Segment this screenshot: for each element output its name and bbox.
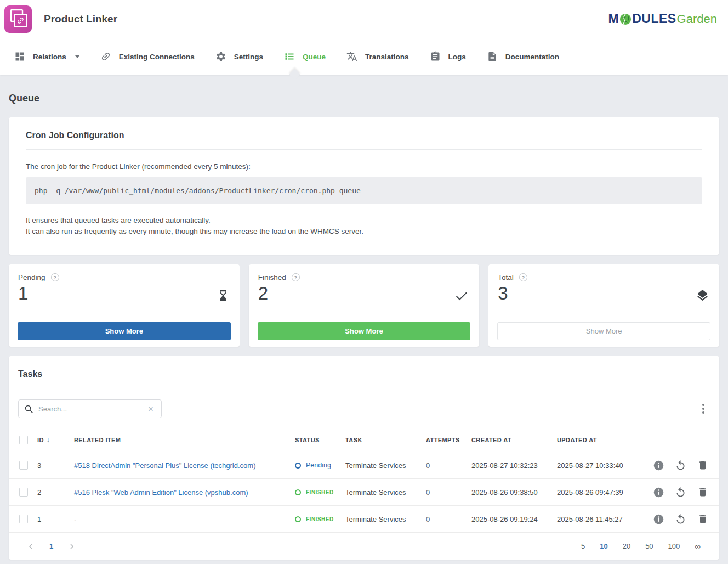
pagination: 1 5 10 20 50 100 ∞ <box>9 533 719 560</box>
top-chrome: Product Linker M DULES Garden Relations … <box>0 0 728 75</box>
clipboard-icon <box>430 51 441 62</box>
cell-created-at: 2025-08-26 09:19:24 <box>471 515 557 523</box>
page-size-option[interactable]: 100 <box>668 542 680 550</box>
product-linker-logo-icon <box>4 5 32 33</box>
info-icon[interactable] <box>653 460 664 471</box>
retry-icon[interactable] <box>675 460 686 471</box>
stat-value: 3 <box>498 283 710 304</box>
status-badge: FINISHED <box>295 489 345 495</box>
cron-intro-text: The cron job for the Product Linker (rec… <box>26 162 702 171</box>
layers-icon <box>696 289 709 304</box>
nav-tab-relations[interactable]: Relations <box>7 46 87 67</box>
show-more-button-pending[interactable]: Show More <box>18 322 231 340</box>
cell-id: 1 <box>37 515 74 523</box>
row-checkbox[interactable] <box>19 488 28 497</box>
cell-created-at: 2025-08-27 10:32:23 <box>471 461 557 470</box>
app-title: Product Linker <box>44 13 117 25</box>
modulesgarden-logo: M DULES Garden <box>608 12 717 26</box>
nav-tab-logs[interactable]: Logs <box>422 46 474 67</box>
nav-tab-queue[interactable]: Queue <box>276 46 333 67</box>
column-header-status: STATUS <box>295 437 345 443</box>
nav-tab-settings[interactable]: Settings <box>208 46 271 67</box>
link-icon <box>100 51 111 62</box>
column-header-task: TASK <box>345 437 426 443</box>
trash-icon[interactable] <box>697 487 708 498</box>
cell-updated-at: 2025-08-27 10:33:40 <box>557 461 650 470</box>
next-page-icon[interactable] <box>67 542 76 551</box>
related-item-empty: - <box>74 515 76 523</box>
page-size-option[interactable]: 50 <box>645 542 653 550</box>
page-content: Queue Cron Job Configuration The cron jo… <box>0 93 728 560</box>
help-icon[interactable]: ? <box>519 273 527 281</box>
cell-task: Terminate Services <box>345 488 426 497</box>
column-header-id[interactable]: ID↓ <box>37 436 74 444</box>
stat-card-pending: Pending ? 1 Show More <box>9 264 240 347</box>
related-item-link[interactable]: #516 Plesk "Web Admin Edition" License (… <box>74 488 248 497</box>
close-icon[interactable]: × <box>146 403 156 415</box>
column-header-updated-at: UPDATED AT <box>557 437 650 443</box>
related-item-link[interactable]: #518 DirectAdmin "Personal Plus" License… <box>74 461 256 470</box>
page-title: Queue <box>9 93 719 104</box>
stat-value: 2 <box>258 283 470 304</box>
status-ring-icon <box>295 489 301 495</box>
search-input[interactable] <box>38 405 146 413</box>
row-checkbox[interactable] <box>19 461 28 470</box>
stat-label: Pending <box>18 273 46 281</box>
page-number[interactable]: 1 <box>49 542 53 550</box>
check-icon <box>454 289 469 306</box>
trash-icon[interactable] <box>697 514 708 524</box>
page-size-option[interactable]: 5 <box>581 542 585 550</box>
cell-updated-at: 2025-08-26 09:47:39 <box>557 488 650 497</box>
show-more-button-total[interactable]: Show More <box>497 322 710 340</box>
brand-text-garden: Garden <box>677 12 717 26</box>
globe-icon <box>619 13 632 25</box>
app-header: Product Linker M DULES Garden <box>0 0 728 38</box>
search-icon <box>24 404 33 414</box>
table-row: 1 - FINISHED Terminate Services 0 2025-0… <box>9 506 719 533</box>
status-badge: Pending <box>295 461 345 469</box>
trash-icon[interactable] <box>697 460 708 471</box>
nav-tab-documentation[interactable]: Documentation <box>479 46 567 67</box>
cell-created-at: 2025-08-26 09:38:50 <box>471 488 557 497</box>
row-checkbox[interactable] <box>19 515 28 523</box>
cron-note-text: It ensures that queued tasks are execute… <box>26 215 702 237</box>
cron-note-line1: It ensures that queued tasks are execute… <box>26 215 702 226</box>
select-all-checkbox[interactable] <box>19 436 28 444</box>
cell-attempts: 0 <box>426 515 471 523</box>
nav-tab-existing-connections[interactable]: Existing Connections <box>93 46 202 67</box>
stat-label: Total <box>498 273 514 281</box>
info-icon[interactable] <box>653 514 664 524</box>
cell-id: 2 <box>37 488 74 497</box>
help-icon[interactable]: ? <box>51 273 59 281</box>
brand-text-dules: DULES <box>632 12 676 26</box>
show-more-button-finished[interactable]: Show More <box>258 322 471 340</box>
cell-attempts: 0 <box>426 461 471 470</box>
chevron-down-icon <box>75 55 79 58</box>
stats-row: Pending ? 1 Show More Finished ? 2 <box>9 264 719 347</box>
cron-card-title: Cron Job Configuration <box>26 131 702 140</box>
list-icon <box>284 51 295 62</box>
retry-icon[interactable] <box>675 514 686 525</box>
page-size-option-infinity[interactable]: ∞ <box>695 542 701 551</box>
info-icon[interactable] <box>653 487 664 498</box>
status-ring-icon <box>295 463 301 469</box>
prev-page-icon[interactable] <box>26 542 35 551</box>
status-badge: FINISHED <box>295 516 345 522</box>
translate-icon <box>346 51 357 62</box>
cell-attempts: 0 <box>426 488 471 497</box>
cell-id: 3 <box>37 461 74 470</box>
kebab-menu-icon[interactable] <box>697 401 710 417</box>
divider <box>26 149 702 150</box>
stat-card-total: Total ? 3 Show More <box>488 264 719 347</box>
help-icon[interactable]: ? <box>292 273 300 281</box>
table-row: 3 #518 DirectAdmin "Personal Plus" Licen… <box>9 452 719 479</box>
retry-icon[interactable] <box>675 487 686 498</box>
page-size-option-selected[interactable]: 10 <box>600 542 607 550</box>
hourglass-icon <box>217 289 230 305</box>
cron-note-line2: It can also run as frequently as every m… <box>26 226 702 237</box>
table-row: 2 #516 Plesk "Web Admin Edition" License… <box>9 479 719 506</box>
nav-tab-translations[interactable]: Translations <box>339 46 417 67</box>
page-size-option[interactable]: 20 <box>623 542 630 550</box>
main-nav: Relations Existing Connections Settings … <box>0 38 728 75</box>
dashboard-icon <box>14 51 25 62</box>
